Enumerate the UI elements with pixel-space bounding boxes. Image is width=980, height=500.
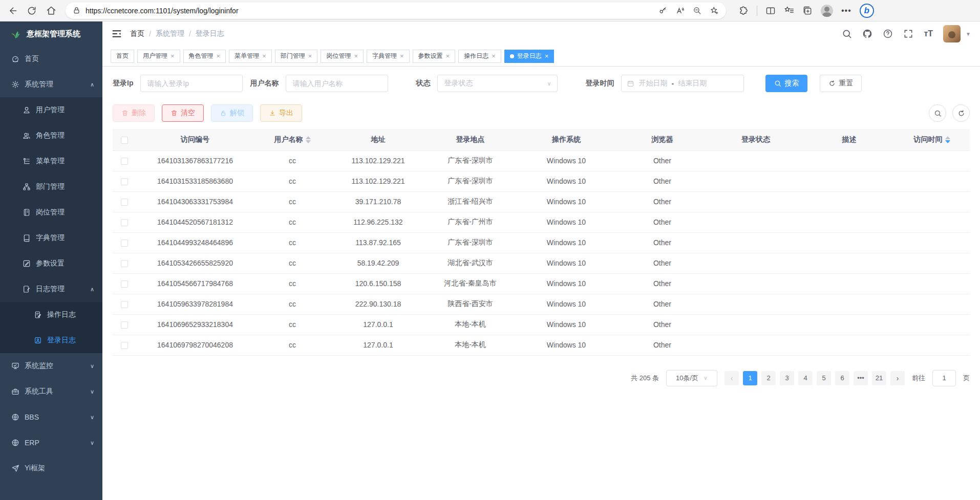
- date-range-picker[interactable]: 开始日期 - 结束日期: [621, 75, 744, 92]
- add-favorite-icon[interactable]: [710, 6, 719, 15]
- refresh-table-button[interactable]: [952, 104, 970, 122]
- sidebar-item-岗位管理[interactable]: 岗位管理: [0, 200, 102, 225]
- tab-close-icon[interactable]: ×: [171, 52, 175, 60]
- browser-home-icon[interactable]: [46, 6, 56, 16]
- browser-menu-icon[interactable]: •••: [841, 6, 851, 15]
- sidebar-item-参数设置[interactable]: 参数设置: [0, 251, 102, 276]
- prev-page-button[interactable]: ‹: [725, 371, 739, 385]
- page-button-4[interactable]: 4: [798, 371, 813, 385]
- github-icon[interactable]: [862, 29, 872, 39]
- unlock-button[interactable]: 解锁: [211, 104, 253, 122]
- collapse-sidebar-icon[interactable]: [112, 29, 122, 39]
- login-ip-input[interactable]: [140, 75, 243, 92]
- fullscreen-icon[interactable]: [903, 29, 913, 39]
- page-button-5[interactable]: 5: [817, 371, 831, 385]
- status-select[interactable]: 登录状态 ∨: [437, 75, 558, 92]
- browser-profile-avatar[interactable]: [821, 5, 833, 17]
- split-screen-icon[interactable]: [765, 6, 776, 16]
- sidebar-item-系统监控[interactable]: 系统监控∨: [0, 353, 102, 379]
- sidebar-item-ERP[interactable]: ERP∨: [0, 430, 102, 455]
- page-button-3[interactable]: 3: [780, 371, 794, 385]
- page-size-select[interactable]: 10条/页 ∨: [666, 370, 717, 386]
- browser-refresh-icon[interactable]: [27, 6, 37, 16]
- sidebar-item-菜单管理[interactable]: 菜单管理: [0, 148, 102, 174]
- goto-page-input[interactable]: [932, 370, 956, 386]
- user-name-input[interactable]: [286, 75, 388, 92]
- avatar-caret-icon[interactable]: ▼: [966, 31, 971, 37]
- tab-首页[interactable]: 首页: [111, 50, 134, 63]
- tab-字典管理[interactable]: 字典管理×: [367, 50, 410, 63]
- sidebar-item-登录日志[interactable]: 登录日志: [0, 328, 102, 353]
- sidebar-item-系统工具[interactable]: 系统工具∨: [0, 379, 102, 404]
- font-size-icon[interactable]: тT: [924, 29, 933, 38]
- sidebar-item-系统管理[interactable]: 系统管理∧: [0, 72, 102, 97]
- user-avatar[interactable]: [943, 25, 961, 42]
- sidebar-item-字典管理[interactable]: 字典管理: [0, 225, 102, 251]
- tab-参数设置[interactable]: 参数设置×: [413, 50, 456, 63]
- next-page-button[interactable]: ›: [890, 371, 905, 385]
- site-lock-icon[interactable]: [73, 7, 80, 14]
- sidebar-item-首页[interactable]: 首页: [0, 46, 102, 72]
- row-checkbox[interactable]: [121, 301, 128, 308]
- column-header-访问时间[interactable]: 访问时间: [894, 129, 970, 150]
- more-pages-button[interactable]: •••: [854, 371, 868, 385]
- sidebar-item-角色管理[interactable]: 角色管理: [0, 123, 102, 148]
- tab-用户管理[interactable]: 用户管理×: [137, 50, 180, 63]
- select-all-checkbox[interactable]: [121, 137, 128, 144]
- sort-carets-icon[interactable]: [945, 136, 950, 143]
- column-header-用户名称[interactable]: 用户名称: [254, 129, 331, 150]
- tab-close-icon[interactable]: ×: [446, 52, 450, 60]
- tab-close-icon[interactable]: ×: [262, 52, 266, 60]
- password-key-icon[interactable]: [658, 6, 667, 15]
- row-checkbox[interactable]: [121, 321, 128, 329]
- breadcrumb-system[interactable]: 系统管理: [156, 29, 184, 38]
- extensions-icon[interactable]: [738, 6, 749, 16]
- breadcrumb-home[interactable]: 首页: [130, 29, 144, 38]
- toggle-search-button[interactable]: [929, 104, 946, 122]
- sidebar-item-日志管理[interactable]: 日志管理∧: [0, 276, 102, 302]
- sidebar-item-BBS[interactable]: BBS∨: [0, 404, 102, 430]
- tab-操作日志[interactable]: 操作日志×: [458, 50, 501, 63]
- favorites-list-icon[interactable]: [784, 6, 794, 16]
- row-checkbox[interactable]: [121, 260, 128, 267]
- row-checkbox[interactable]: [121, 199, 128, 206]
- clear-button[interactable]: 清空: [162, 104, 204, 122]
- browser-back-icon[interactable]: [7, 6, 17, 16]
- row-checkbox[interactable]: [121, 219, 128, 226]
- zoom-out-icon[interactable]: [693, 6, 701, 15]
- tab-close-icon[interactable]: ×: [400, 52, 404, 60]
- sort-carets-icon[interactable]: [306, 136, 311, 143]
- collections-add-icon[interactable]: [802, 6, 813, 16]
- tab-角色管理[interactable]: 角色管理×: [183, 50, 226, 63]
- copilot-icon[interactable]: b: [860, 4, 874, 18]
- row-checkbox[interactable]: [121, 240, 128, 247]
- sidebar-item-操作日志[interactable]: 操作日志: [0, 302, 102, 328]
- tab-close-icon[interactable]: ×: [492, 52, 496, 60]
- page-button-2[interactable]: 2: [761, 371, 776, 385]
- export-button[interactable]: 导出: [260, 104, 302, 122]
- header-search-icon[interactable]: [842, 29, 852, 39]
- address-bar[interactable]: https://ccnetcore.com:1101/system/log/lo…: [66, 3, 726, 19]
- search-button[interactable]: 搜索: [765, 75, 807, 92]
- tab-close-icon[interactable]: ×: [354, 52, 358, 60]
- sidebar-item-用户管理[interactable]: 用户管理: [0, 97, 102, 123]
- help-icon[interactable]: [883, 29, 893, 39]
- url-text[interactable]: https://ccnetcore.com:1101/system/log/lo…: [86, 7, 653, 15]
- row-checkbox[interactable]: [121, 342, 128, 349]
- tab-登录日志[interactable]: 登录日志×: [504, 50, 555, 63]
- tab-菜单管理[interactable]: 菜单管理×: [229, 50, 272, 63]
- tab-部门管理[interactable]: 部门管理×: [275, 50, 318, 63]
- row-checkbox[interactable]: [121, 280, 128, 288]
- sidebar-item-部门管理[interactable]: 部门管理: [0, 174, 102, 200]
- delete-button[interactable]: 删除: [113, 104, 155, 122]
- tab-close-icon[interactable]: ×: [217, 52, 221, 60]
- page-button-6[interactable]: 6: [835, 371, 849, 385]
- tab-岗位管理[interactable]: 岗位管理×: [321, 50, 364, 63]
- read-aloud-icon[interactable]: [675, 6, 685, 15]
- sidebar-item-Yi框架[interactable]: Yi框架: [0, 455, 102, 481]
- tab-close-icon[interactable]: ×: [545, 52, 549, 60]
- reset-button[interactable]: 重置: [820, 75, 862, 92]
- page-button-1[interactable]: 1: [743, 371, 757, 385]
- row-checkbox[interactable]: [121, 158, 128, 165]
- row-checkbox[interactable]: [121, 178, 128, 185]
